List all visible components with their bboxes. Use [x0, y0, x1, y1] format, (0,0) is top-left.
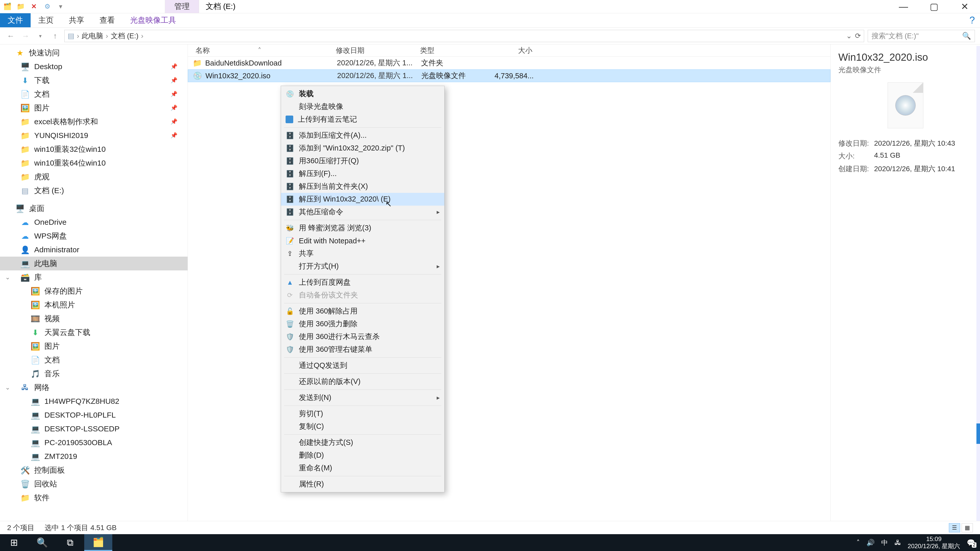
- address-dropdown-icon[interactable]: ⌄: [846, 32, 852, 40]
- col-type[interactable]: 类型: [420, 46, 489, 56]
- sidebar-library[interactable]: ⌄🗃️库: [0, 270, 188, 284]
- gear-icon[interactable]: ⚙: [42, 2, 52, 11]
- clock[interactable]: 15:09 2020/12/26, 星期六: [908, 535, 960, 549]
- taskview-button[interactable]: ⧉: [56, 534, 84, 551]
- sidebar-item[interactable]: 🖥️Desktop📌: [0, 60, 188, 73]
- file-row[interactable]: 📁 BaiduNetdiskDownload 2020/12/26, 星期六 1…: [188, 57, 830, 69]
- minimize-button[interactable]: —: [888, 0, 919, 13]
- explorer-taskbar[interactable]: 🗂️: [84, 534, 112, 551]
- sidebar-net-item[interactable]: 💻1H4WPFQ7KZ8HU82: [0, 394, 188, 408]
- sidebar-lib-item[interactable]: 🖼️本机照片: [0, 298, 188, 312]
- close-red-icon[interactable]: ✕: [29, 2, 39, 11]
- ctx-sendto[interactable]: 发送到(N)▸: [281, 391, 444, 404]
- sidebar-item[interactable]: 🖼️图片📌: [0, 101, 188, 115]
- crumb-drive[interactable]: 文档 (E:): [111, 31, 138, 41]
- dropdown-icon[interactable]: ▾: [56, 2, 65, 11]
- back-button[interactable]: ←: [5, 30, 16, 41]
- sidebar-wps[interactable]: ☁WPS网盘: [0, 229, 188, 243]
- collapse-icon[interactable]: ⌄: [5, 384, 10, 391]
- ctx-mount[interactable]: 💿装载: [281, 87, 444, 100]
- sidebar-net-item[interactable]: 💻DESKTOP-LSSOEDP: [0, 422, 188, 436]
- network-icon[interactable]: 🖧: [894, 539, 901, 547]
- ctx-properties[interactable]: 属性(R): [281, 478, 444, 491]
- ctx-shortcut[interactable]: 创建快捷方式(S): [281, 436, 444, 449]
- forward-button[interactable]: →: [20, 30, 31, 41]
- sidebar-lib-item[interactable]: 🖼️图片: [0, 339, 188, 353]
- sidebar-item[interactable]: ▤文档 (E:): [0, 184, 188, 197]
- collapse-icon[interactable]: ⌄: [5, 274, 10, 281]
- sidebar-item[interactable]: 📁excel表格制作求和📌: [0, 115, 188, 129]
- ctx-copy[interactable]: 复制(C): [281, 420, 444, 433]
- sidebar-admin[interactable]: 👤Administrator: [0, 243, 188, 257]
- col-name[interactable]: 名称 ˄: [188, 46, 336, 56]
- ctx-notepadpp[interactable]: 📝Edit with Notepad++: [281, 234, 444, 247]
- address-bar[interactable]: ▤ › 此电脑 › 文档 (E:) › ⌄ ⟳: [64, 30, 864, 42]
- sidebar-net-item[interactable]: 💻ZMT2019: [0, 449, 188, 463]
- close-button[interactable]: ✕: [950, 0, 980, 13]
- notification-icon[interactable]: 💬2: [967, 539, 975, 547]
- ctx-burn[interactable]: 刻录光盘映像: [281, 100, 444, 113]
- ribbon-home[interactable]: 主页: [30, 13, 61, 27]
- sidebar-desktop[interactable]: 🖥️桌面: [0, 202, 188, 215]
- sidebar-item[interactable]: 📄文档📌: [0, 87, 188, 101]
- sidebar-lib-item[interactable]: 📄文档: [0, 353, 188, 367]
- ctx-qq-send[interactable]: 通过QQ发送到: [281, 359, 444, 372]
- ctx-other-zip[interactable]: 🗄️其他压缩命令▸: [281, 206, 444, 218]
- up-button[interactable]: ↑: [49, 30, 61, 41]
- ctx-360-forcedel[interactable]: 🗑️使用 360强力删除: [281, 318, 444, 330]
- scroll-track[interactable]: [977, 46, 980, 521]
- search-button[interactable]: 🔍: [28, 534, 56, 551]
- sidebar-onedrive[interactable]: ☁OneDrive: [0, 215, 188, 229]
- col-size[interactable]: 大小: [489, 46, 540, 56]
- ctx-360-menu[interactable]: 🛡️使用 360管理右键菜单: [281, 343, 444, 356]
- sidebar-lib-item[interactable]: 🎞️视频: [0, 312, 188, 326]
- ribbon-file[interactable]: 文件: [0, 13, 30, 27]
- ribbon-disc-tool[interactable]: 光盘映像工具: [123, 13, 184, 27]
- ctx-bee-browser[interactable]: 🐝用 蜂蜜浏览器 浏览(3): [281, 222, 444, 234]
- ctx-360-trojan[interactable]: 🛡️使用 360进行木马云查杀: [281, 330, 444, 343]
- sidebar-software[interactable]: 📁软件: [0, 491, 188, 505]
- sidebar-network[interactable]: ⌄🖧网络: [0, 381, 188, 394]
- crumb-thispc[interactable]: 此电脑: [82, 31, 103, 41]
- sidebar-recycle[interactable]: 🗑️回收站: [0, 477, 188, 491]
- ctx-upload-baidu[interactable]: ▲上传到百度网盘: [281, 276, 444, 289]
- ribbon-share[interactable]: 共享: [61, 13, 92, 27]
- sidebar-quick-access[interactable]: ★快速访问: [0, 46, 188, 60]
- tray-chevron-icon[interactable]: ˄: [856, 539, 860, 547]
- recent-dropdown[interactable]: ▾: [35, 30, 46, 41]
- start-button[interactable]: ⊞: [0, 534, 28, 551]
- sidebar-lib-item[interactable]: ⬇天翼云盘下载: [0, 326, 188, 339]
- folder-icon[interactable]: 📁: [16, 2, 25, 11]
- sidebar-net-item[interactable]: 💻DESKTOP-HL0PLFL: [0, 408, 188, 422]
- refresh-icon[interactable]: ⟳: [855, 32, 861, 40]
- sidebar-net-item[interactable]: 💻PC-20190530OBLA: [0, 436, 188, 449]
- ctx-open-with[interactable]: 打开方式(H)▸: [281, 260, 444, 273]
- scroll-handle[interactable]: [977, 424, 980, 444]
- ctx-add-archive[interactable]: 🗄️添加到压缩文件(A)...: [281, 129, 444, 142]
- ctx-rename[interactable]: 重命名(M): [281, 462, 444, 475]
- sidebar-item[interactable]: ⬇下载📌: [0, 73, 188, 87]
- ribbon-view[interactable]: 查看: [92, 13, 123, 27]
- ime-indicator[interactable]: 中: [881, 538, 888, 547]
- sidebar-ctrlpanel[interactable]: 🛠️控制面板: [0, 463, 188, 477]
- sidebar-lib-item[interactable]: 🎵音乐: [0, 367, 188, 381]
- ctx-delete[interactable]: 删除(D): [281, 449, 444, 462]
- ctx-cut[interactable]: 剪切(T): [281, 407, 444, 420]
- search-box[interactable]: 搜索"文档 (E:)" 🔍: [868, 30, 975, 42]
- view-icons-button[interactable]: ▦: [962, 523, 973, 532]
- title-tab-manage[interactable]: 管理: [165, 0, 199, 13]
- ctx-share[interactable]: ⇪共享: [281, 247, 444, 260]
- ctx-extract-named[interactable]: 🗄️解压到 Win10x32_2020\ (E): [281, 193, 444, 206]
- maximize-button[interactable]: ▢: [919, 0, 950, 13]
- col-date[interactable]: 修改日期: [336, 46, 420, 56]
- ctx-open-360[interactable]: 🗄️用360压缩打开(Q): [281, 155, 444, 167]
- sidebar-thispc[interactable]: 💻此电脑: [0, 257, 188, 270]
- sidebar-item[interactable]: 📁win10重装64位win10: [0, 156, 188, 170]
- help-icon[interactable]: ?: [964, 13, 980, 27]
- ctx-youdao[interactable]: 上传到有道云笔记: [281, 113, 444, 126]
- sidebar-lib-item[interactable]: 🖼️保存的图片: [0, 284, 188, 298]
- sidebar-item[interactable]: 📁win10重装32位win10: [0, 142, 188, 156]
- ctx-add-zip[interactable]: 🗄️添加到 "Win10x32_2020.zip" (T): [281, 142, 444, 155]
- ctx-extract-here[interactable]: 🗄️解压到当前文件夹(X): [281, 180, 444, 193]
- view-details-button[interactable]: ☰: [949, 523, 960, 532]
